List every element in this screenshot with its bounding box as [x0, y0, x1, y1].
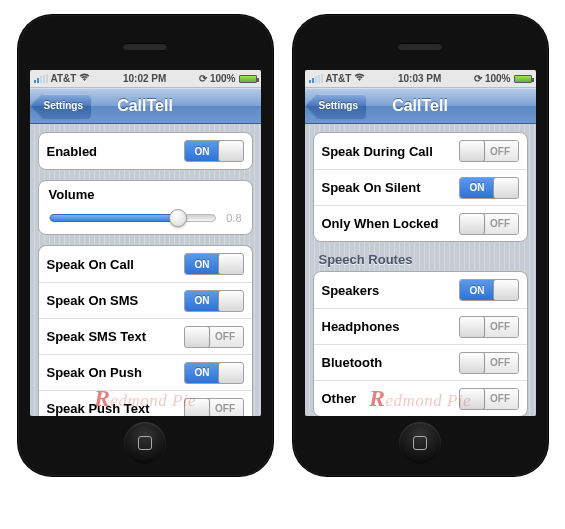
toggle-speak-on-sms[interactable]: ONOFF — [184, 290, 244, 312]
toggle-speakers[interactable]: ONOFF — [459, 279, 519, 301]
toggle-on-label: ON — [185, 141, 220, 161]
row-bluetooth: Bluetooth ONOFF — [314, 344, 527, 380]
row-label: Speak SMS Text — [47, 329, 184, 344]
battery-pct: 100% — [210, 73, 236, 84]
row-label: Speak During Call — [322, 144, 459, 159]
toggle-speak-on-silent[interactable]: ONOFF — [459, 177, 519, 199]
row-speak-during-call: Speak During Call ONOFF — [314, 133, 527, 169]
battery-pct: 100% — [485, 73, 511, 84]
rotation-lock-icon: ⟳ — [474, 73, 482, 84]
screen: AT&T 10:02 PM ⟳ 100% Settings CallTell — [30, 70, 261, 416]
toggle-speak-push-text[interactable]: ONOFF — [184, 398, 244, 417]
signal-icon — [309, 74, 323, 83]
row-label: Speak On Silent — [322, 180, 459, 195]
volume-thumb[interactable] — [169, 209, 187, 227]
group-speak: Speak On Call ONOFF Speak On SMS ONOFF S… — [38, 245, 253, 416]
row-label: Headphones — [322, 319, 459, 334]
row-label: Other — [322, 391, 459, 406]
row-speak-on-silent: Speak On Silent ONOFF — [314, 169, 527, 205]
row-label: Enabled — [47, 144, 184, 159]
toggle-speak-during-call[interactable]: ONOFF — [459, 140, 519, 162]
volume-slider[interactable] — [49, 214, 216, 222]
home-button[interactable] — [399, 422, 441, 464]
screen: AT&T 10:03 PM ⟳ 100% Settings CallTell — [305, 70, 536, 416]
status-time: 10:03 PM — [365, 73, 474, 84]
row-label: Speak Push Text — [47, 401, 184, 416]
status-time: 10:02 PM — [90, 73, 199, 84]
back-button-label: Settings — [44, 100, 83, 111]
back-button[interactable]: Settings — [315, 94, 366, 118]
row-only-when-locked: Only When Locked ONOFF — [314, 205, 527, 241]
row-headphones: Headphones ONOFF — [314, 308, 527, 344]
row-label: Only When Locked — [322, 216, 459, 231]
group-routes: Speakers ONOFF Headphones ONOFF Bluetoot… — [313, 271, 528, 416]
toggle-bluetooth[interactable]: ONOFF — [459, 352, 519, 374]
volume-fill — [50, 214, 179, 222]
signal-icon — [34, 74, 48, 83]
phone-frame: AT&T 10:02 PM ⟳ 100% Settings CallTell — [18, 15, 273, 476]
phone-frame: AT&T 10:03 PM ⟳ 100% Settings CallTell — [293, 15, 548, 476]
toggle-speak-on-push[interactable]: ONOFF — [184, 362, 244, 384]
row-speak-on-push: Speak On Push ONOFF — [39, 354, 252, 390]
toggle-headphones[interactable]: ONOFF — [459, 316, 519, 338]
volume-label: Volume — [49, 187, 242, 202]
row-speak-sms-text: Speak SMS Text ONOFF — [39, 318, 252, 354]
row-label: Speak On Push — [47, 365, 184, 380]
section-header-routes: Speech Routes — [319, 252, 522, 267]
earpiece — [123, 43, 167, 50]
carrier-label: AT&T — [51, 73, 77, 84]
toggle-speak-on-call[interactable]: ONOFF — [184, 253, 244, 275]
row-speak-on-sms: Speak On SMS ONOFF — [39, 282, 252, 318]
toggle-only-when-locked[interactable]: ONOFF — [459, 213, 519, 235]
earpiece — [398, 43, 442, 50]
group-enabled: Enabled ON OFF — [38, 132, 253, 170]
toggle-speak-sms-text[interactable]: ONOFF — [184, 326, 244, 348]
row-label: Bluetooth — [322, 355, 459, 370]
row-speak-on-call: Speak On Call ONOFF — [39, 246, 252, 282]
volume-value: 0.8 — [222, 212, 242, 224]
row-volume: Volume 0.8 — [39, 181, 252, 234]
toggle-enabled[interactable]: ON OFF — [184, 140, 244, 162]
row-speak-push-text: Speak Push Text ONOFF — [39, 390, 252, 416]
status-bar: AT&T 10:03 PM ⟳ 100% — [305, 70, 536, 88]
nav-bar: Settings CallTell — [30, 88, 261, 124]
content-scroll[interactable]: Speak During Call ONOFF Speak On Silent … — [305, 124, 536, 416]
wifi-icon — [354, 73, 365, 84]
wifi-icon — [79, 73, 90, 84]
row-label: Speak On Call — [47, 257, 184, 272]
row-label: Speak On SMS — [47, 293, 184, 308]
row-speakers: Speakers ONOFF — [314, 272, 527, 308]
home-button[interactable] — [124, 422, 166, 464]
row-label: Speakers — [322, 283, 459, 298]
content-scroll[interactable]: Enabled ON OFF Volume — [30, 124, 261, 416]
status-bar: AT&T 10:02 PM ⟳ 100% — [30, 70, 261, 88]
home-icon — [138, 436, 152, 450]
toggle-other[interactable]: ONOFF — [459, 388, 519, 410]
row-other: Other ONOFF — [314, 380, 527, 416]
rotation-lock-icon: ⟳ — [199, 73, 207, 84]
home-icon — [413, 436, 427, 450]
battery-icon — [239, 75, 257, 83]
nav-bar: Settings CallTell — [305, 88, 536, 124]
back-button[interactable]: Settings — [40, 94, 91, 118]
carrier-label: AT&T — [326, 73, 352, 84]
battery-icon — [514, 75, 532, 83]
row-enabled: Enabled ON OFF — [39, 133, 252, 169]
toggle-knob — [218, 140, 244, 162]
back-button-label: Settings — [319, 100, 358, 111]
group-volume: Volume 0.8 — [38, 180, 253, 235]
group-speak-conditions: Speak During Call ONOFF Speak On Silent … — [313, 132, 528, 242]
